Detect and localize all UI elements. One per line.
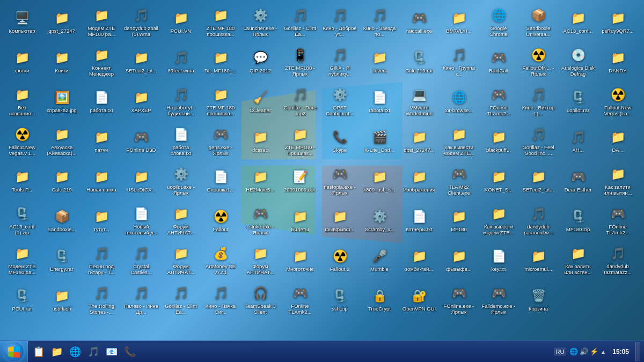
desktop-icon-18[interactable]: 📁 Коннект Менеджер <box>82 42 121 81</box>
desktop-icon-1[interactable]: 📁 qpst_27247 <box>42 3 81 41</box>
desktop-icon-63[interactable]: 📁 DA... <box>598 122 637 160</box>
desktop-icon-101[interactable]: 💰 ArtMoney SE v7.41 <box>201 241 240 279</box>
desktop-icon-76[interactable]: 📁 KONET_S... <box>479 161 518 200</box>
desktop-icon-34[interactable]: 📄 работа.txt <box>82 82 121 121</box>
desktop-icon-67[interactable]: 📁 USLeDfCX... <box>122 161 160 200</box>
desktop-icon-53[interactable]: 🎮 gens.exe - Ярлык <box>201 122 240 160</box>
clock[interactable]: 15:05 <box>609 348 632 356</box>
desktop-icon-2[interactable]: 📁 Модем ZTE MF180 ра... <box>82 3 121 41</box>
desktop-icon-121[interactable]: 🔒 TrueCrypt <box>360 280 399 319</box>
start-button[interactable] <box>0 341 28 363</box>
desktop-icon-55[interactable]: 📁 ZTE MF180 - Прошивк... <box>281 122 319 160</box>
desktop-icon-74[interactable]: 📁 Изображения <box>400 161 438 200</box>
desktop-icon-106[interactable]: 📁 зомби-тай... <box>400 241 438 279</box>
desktop-icon-89[interactable]: ⚙️ Scramby_v... <box>360 201 399 240</box>
desktop-icon-40[interactable]: ⚙️ QPST Configurat... <box>320 82 359 121</box>
desktop-icon-17[interactable]: 📁 Книги <box>42 42 81 81</box>
desktop-icon-112[interactable]: 🗜️ PCUI.rar <box>3 280 41 319</box>
desktop-icon-107[interactable]: 📁 фывыфв... <box>440 241 478 279</box>
desktop-icon-11[interactable]: 📁 BM7VLYI... <box>440 3 478 41</box>
desktop-icon-8[interactable]: 🎵 Кино - Доброе ут... <box>320 3 359 41</box>
desktop-icon-123[interactable]: 🎮 FOnline.exe - Ярлык <box>440 280 478 319</box>
desktop-icon-98[interactable]: 🎵 Песни под гитару - Т... <box>82 241 121 279</box>
desktop-icon-62[interactable]: 🎵 AH... <box>559 122 597 160</box>
desktop-icon-12[interactable]: 🌐 Google Chrome <box>479 3 518 41</box>
desktop-icon-85[interactable]: ☢️ Fallout <box>201 201 240 240</box>
desktop-icon-35[interactable]: 📁 ХАРХЕР <box>122 82 160 121</box>
desktop-icon-39[interactable]: 🎵 Gorillaz - Dare .mp3 <box>281 82 319 121</box>
desktop-icon-117[interactable]: 🎵 Кино - Пачка Сиг... <box>201 280 240 319</box>
desktop-icon-75[interactable]: 🎮 TLA Mk2 Client.exe <box>440 161 478 200</box>
desktop-icon-28[interactable]: 🎮 RaidCall <box>479 42 518 81</box>
desktop-icon-4[interactable]: 📁 PCUI.VN <box>162 3 200 41</box>
desktop-icon-88[interactable]: 📁 фывфывф... <box>320 201 359 240</box>
desktop-icon-46[interactable]: 🗜️ uopilot.rar <box>559 82 597 121</box>
desktop-icon-84[interactable]: 📁 Форум АНТИЧАТ... <box>162 201 200 240</box>
language-indicator[interactable]: RU <box>554 348 567 356</box>
desktop-icon-23[interactable]: 📱 ZTE MF180 - Ярлык <box>281 42 319 81</box>
desktop-icon-21[interactable]: 📁 DL_MF180_... <box>201 42 240 81</box>
desktop-icon-92[interactable]: 📁 Как вывести модем ZTE... <box>479 201 518 240</box>
desktop-icon-58[interactable]: 📁 qpst_27247... <box>400 122 438 160</box>
desktop-icon-20[interactable]: 🎵 69feet.wma <box>162 42 200 81</box>
taskbar-show-desktop[interactable]: 📋 <box>30 343 47 360</box>
desktop-icon-118[interactable]: 🎧 TeamSpeak 3 Client <box>241 280 280 319</box>
desktop-icon-57[interactable]: 🎬 K-Lite_Cod... <box>360 122 399 160</box>
desktop-icon-9[interactable]: 🎵 Кино - Звезда по... <box>360 3 399 41</box>
desktop-icon-44[interactable]: 🎮 FOnline TLAmk2... <box>479 82 518 121</box>
desktop-icon-14[interactable]: 📁 AC13_conf... <box>559 3 597 41</box>
desktop-icon-24[interactable]: 🎵 GilliA - Я публику... <box>320 42 359 81</box>
desktop-icon-59[interactable]: 📁 Как вывести модем ZTE... <box>440 122 478 160</box>
desktop-icon-31[interactable]: 📁 DANDY <box>598 42 637 81</box>
desktop-icon-37[interactable]: 📁 ZTE MF 180 прошивка... <box>201 82 240 121</box>
desktop-icon-15[interactable]: 📁 psRuy9QR7... <box>598 3 637 41</box>
desktop-icon-109[interactable]: 📁 microemul... <box>519 241 558 279</box>
desktop-icon-7[interactable]: 🎵 Gorillaz - Clint Ea... <box>281 3 319 41</box>
desktop-icon-27[interactable]: 🎵 Кино - Группа к... <box>440 42 478 81</box>
desktop-icon-124[interactable]: 🎮 Falldemo.exe - Ярлык <box>479 280 518 319</box>
taskbar-chrome[interactable]: 🌐 <box>67 343 84 360</box>
desktop-icon-49[interactable]: 📁 Аяхуаска (Айяваска)... <box>42 122 81 160</box>
desktop-icon-36[interactable]: 🎵 На работу! - будильни... <box>162 82 200 121</box>
desktop-icon-26[interactable]: 🗜️ Calc 219.rar <box>400 42 438 81</box>
desktop-icon-25[interactable]: 📁 drivers <box>360 42 399 81</box>
desktop-icon-110[interactable]: 📁 Как залить или встян... <box>559 241 597 279</box>
desktop-icon-19[interactable]: 📁 SETool2_Lit... <box>122 42 160 81</box>
desktop-icon-65[interactable]: 📁 Calc 219 <box>42 161 81 200</box>
desktop-icon-48[interactable]: ☢️ Fallout.New Vegas.v 1... <box>3 122 41 160</box>
desktop-icon-52[interactable]: 📄 работа слова.txt <box>162 122 200 160</box>
desktop-icon-64[interactable]: 📁 Tools P... <box>3 161 41 200</box>
desktop-icon-51[interactable]: 🎮 FOnline D3D <box>122 122 160 160</box>
desktop-icon-45[interactable]: 🎵 Кино - Виктор Ц... <box>519 82 558 121</box>
desktop-icon-13[interactable]: 📦 Sandboxie Universa... <box>519 3 558 41</box>
desktop-icon-120[interactable]: 🗜️ ssh.zip <box>320 280 359 319</box>
desktop-icon-5[interactable]: 📁 ZTE MF 180 прошивка... <box>201 3 240 41</box>
desktop-icon-71[interactable]: 📝 20091009.doc <box>281 161 319 200</box>
desktop-icon-80[interactable]: 🗜️ AC13_conf (1).zip <box>3 201 41 240</box>
desktop-icon-81[interactable]: 📦 Sandboxie... <box>42 201 81 240</box>
desktop-icon-3[interactable]: 🎵 dandydub zball (1).wma <box>122 3 160 41</box>
desktop-icon-68[interactable]: ⚙️ uopilot.exe - Ярлык <box>162 161 200 200</box>
desktop-icon-104[interactable]: ☢️ Fallout 2 <box>320 241 359 279</box>
desktop-icon-86[interactable]: 🎮 cstrike.exe - Ярлык <box>241 201 280 240</box>
desktop-icon-83[interactable]: 📄 Новый текстовый д... <box>122 201 160 240</box>
desktop-icon-60[interactable]: 📁 blackpuff... <box>479 122 518 160</box>
taskbar-media[interactable]: 🎵 <box>85 343 102 360</box>
desktop-icon-66[interactable]: 📁 Новая папка <box>82 161 121 200</box>
desktop-icon-100[interactable]: 📁 Форум АНТИЧАТ... <box>162 241 200 279</box>
desktop-icon-99[interactable]: 🎵 Crystal Castles... <box>122 241 160 279</box>
desktop-icon-91[interactable]: 📁 MF180 <box>440 201 478 240</box>
taskbar-skype[interactable]: 📞 <box>121 343 138 360</box>
taskbar-explorer[interactable]: 📁 <box>48 343 65 360</box>
desktop-icon-73[interactable]: 📁 k800_usb_s... <box>360 161 399 200</box>
desktop-icon-114[interactable]: 🎵 The Rolling Stones -... <box>82 280 121 319</box>
desktop-icon-0[interactable]: 🖥️ Компьютер <box>3 3 41 41</box>
desktop-icon-96[interactable]: 📁 Модем ZTE MF180 ра... <box>3 241 41 279</box>
desktop-icon-87[interactable]: 📁 Билеты <box>281 201 319 240</box>
desktop-icon-103[interactable]: 📁 Многоточие <box>281 241 319 279</box>
desktop-icon-111[interactable]: 🎵 dandydub razmatazz... <box>598 241 637 279</box>
desktop-icon-90[interactable]: 📄 вотчеры.txt <box>400 201 438 240</box>
desktop-icon-95[interactable]: 🎮 FOnline TLAmk2... <box>598 201 637 240</box>
desktop-icon-61[interactable]: 🎵 Gorillaz - Feel Good Inc. ... <box>519 122 558 160</box>
desktop-icon-102[interactable]: 📁 Форум АНТИЧАТ... <box>241 241 280 279</box>
